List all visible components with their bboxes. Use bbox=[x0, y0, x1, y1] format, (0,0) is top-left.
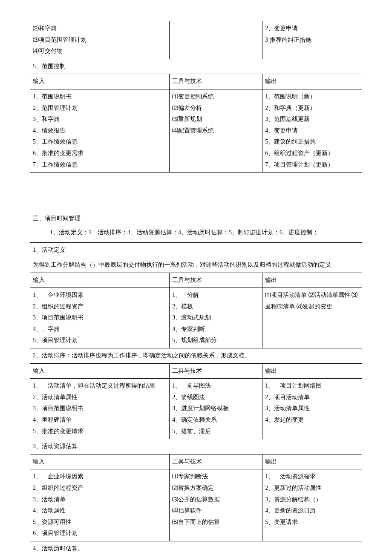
time-mgmt-table: 三、项目时间管理 1、活动定义；2、活动排序；3、活动资源估算；4、活动历时估算… bbox=[30, 211, 362, 555]
text: 1、 前导图法 bbox=[172, 380, 259, 392]
text: ⑴变更控制系统 bbox=[172, 91, 259, 103]
text: 2、组织的过程资产 bbox=[33, 483, 167, 494]
text: 1、 企业环境因素 bbox=[33, 471, 167, 483]
top-col1: ⑵和字典 ⑶项目范围管理计划 ⑷可交付物 bbox=[30, 21, 170, 59]
text: ⑷可交付物 bbox=[33, 46, 167, 57]
s2-col3: 1、 项目计划网络图 2、项目活动清单 3、活动清单属性 4、发起的变更 bbox=[262, 379, 362, 439]
text: ⑴专家判断法 bbox=[172, 471, 259, 483]
text: 4、里程碑清单 bbox=[33, 414, 167, 426]
time-title: 三、项目时间管理 1、活动定义；2、活动排序；3、活动资源估算；4、活动历时估算… bbox=[30, 211, 362, 243]
header-input: 输入 bbox=[30, 363, 170, 379]
top-col2 bbox=[170, 21, 262, 59]
s1-col3: ⑴项目活动清单 ⑵活动清单属性 ⑶里程碑清单 ⑷发起的变更 bbox=[262, 288, 362, 348]
text: 1、 活动清单，即在活动定义过程所得的结果 bbox=[33, 380, 167, 392]
text: 3、项目范围说明书 bbox=[33, 403, 167, 414]
text: ⑵偏差分析 bbox=[172, 103, 259, 114]
text: 2、更新过的活动属性 bbox=[265, 483, 359, 494]
header-tools: 工具与技术 bbox=[170, 454, 262, 469]
s1-col2: 1、 分解 2、模板 3、滚动式规划 4、专家判断 5、规划组成部分 bbox=[170, 288, 262, 348]
text: 2、项目活动清单 bbox=[265, 392, 359, 403]
s2-col1: 1、 活动清单，即在活动定义过程所得的结果 2、活动清单属性 3、项目范围说明书… bbox=[30, 379, 170, 439]
text: 5、批准的变更请求 bbox=[33, 426, 167, 437]
text: 4、更新的资源日历 bbox=[265, 505, 359, 517]
text: ⑶公开的估算数据 bbox=[172, 494, 259, 506]
text: 1、 企业环境因素 bbox=[33, 290, 167, 301]
header-input: 输入 bbox=[30, 74, 170, 89]
s1-title: 1、活动定义 bbox=[30, 243, 362, 258]
text: ⑶项目范围管理计划 bbox=[33, 35, 167, 46]
text: 4、活动属性 bbox=[33, 505, 167, 517]
s5-col2: ⑴变更控制系统 ⑵偏差分析 ⑶重新规划 ⑷配置管理系统 bbox=[170, 89, 262, 172]
text: 3、活动清单 bbox=[33, 494, 167, 506]
s2-col2: 1、 前导图法 2、箭线图法 3、进度计划网络模板 4、确定依赖关系 5、提前、… bbox=[170, 379, 262, 439]
text: 5、规划组成部分 bbox=[172, 335, 259, 346]
text: 6、组织过程资产（更新） bbox=[265, 148, 359, 159]
text: 3、项目范围说明书 bbox=[33, 312, 167, 324]
s4-title: 4、活动历时估算。 bbox=[30, 541, 362, 555]
text: 三、项目时间管理 bbox=[33, 215, 81, 221]
text: 3 推荐的纠正措施 bbox=[265, 35, 359, 46]
text: ⑵替换方案确定 bbox=[172, 483, 259, 494]
s3-col3: 1、 活动资源需求 2、更新过的活动属性 3、资源分解结构（） 4、更新的资源日… bbox=[262, 469, 362, 541]
text: 3、进度计划网络模板 bbox=[172, 403, 259, 414]
text: 5、工作绩效信息 bbox=[33, 136, 167, 148]
s1-desc: 为得到工作分解结构（）中最底层的交付物执行的一系列活动，对这些活动的识别以及归档… bbox=[30, 258, 362, 273]
text: ⑷估算软件 bbox=[172, 505, 259, 517]
text: 3、和字典 bbox=[33, 114, 167, 125]
overview-text: 1、活动定义；2、活动排序；3、活动资源估算；4、活动历时估算；5、制订进度计划… bbox=[33, 227, 359, 239]
text: 2、范围管理计划 bbox=[33, 103, 167, 114]
text: 6、批准的变更需求 bbox=[33, 148, 167, 159]
header-output: 输出 bbox=[262, 454, 362, 469]
text: 2、组织的过程资产 bbox=[33, 301, 167, 313]
text: 5、变更请求 bbox=[265, 517, 359, 528]
text: 4、确定依赖关系 bbox=[172, 414, 259, 426]
header-output: 输出 bbox=[262, 273, 362, 288]
text: 6、项目管理计划 bbox=[33, 528, 167, 539]
text: 2、活动清单属性 bbox=[33, 392, 167, 403]
s2-title: 2、活动排序：活动排序也称为工作排序，即确定活动之间的依赖关系，形成文档。 bbox=[30, 348, 362, 364]
text: 3、范围基线更新 bbox=[265, 114, 359, 125]
header-tools: 工具与技术 bbox=[170, 273, 262, 288]
text: 2、变更申请 bbox=[265, 23, 359, 35]
text: 7、项目管理计划（更新） bbox=[265, 159, 359, 171]
header-output: 输出 bbox=[262, 74, 362, 89]
text: 7、工作绩效信息 bbox=[33, 159, 167, 171]
text: 3、滚动式规划 bbox=[172, 312, 259, 324]
text: 1、范围说明书 bbox=[33, 91, 167, 103]
text: 3、资源分解结构（） bbox=[265, 494, 359, 506]
text: ⑷配置管理系统 bbox=[172, 125, 259, 137]
s5-col1: 1、范围说明书 2、范围管理计划 3、和字典 4、绩效报告 5、工作绩效信息 6… bbox=[30, 89, 170, 172]
text: 4、变更申请 bbox=[265, 125, 359, 137]
text: 2、箭线图法 bbox=[172, 392, 259, 403]
text: 4、发起的变更 bbox=[265, 414, 359, 426]
top-fragment-table: ⑵和字典 ⑶项目范围管理计划 ⑷可交付物 2、变更申请 3 推荐的纠正措施 5、… bbox=[30, 21, 362, 173]
header-tools: 工具与技术 bbox=[170, 363, 262, 379]
text: 2、和字典（更新） bbox=[265, 103, 359, 114]
header-tools: 工具与技术 bbox=[170, 74, 262, 89]
section5-title: 5、范围控制 bbox=[30, 59, 362, 74]
text: 5、资源可用性 bbox=[33, 517, 167, 528]
text: 1、范围说明（新） bbox=[265, 91, 359, 103]
text: 3、活动清单属性 bbox=[265, 403, 359, 414]
s1-col1: 1、 企业环境因素 2、组织的过程资产 3、项目范围说明书 4、、字典 5、项目… bbox=[30, 288, 170, 348]
header-input: 输入 bbox=[30, 454, 170, 469]
text: 4、专家判断 bbox=[172, 324, 259, 335]
text: 4、绩效报告 bbox=[33, 125, 167, 137]
text: 5、提前、滞后 bbox=[172, 426, 259, 437]
s5-col3: 1、范围说明（新） 2、和字典（更新） 3、范围基线更新 4、变更申请 5、建议… bbox=[262, 89, 362, 172]
text: 5、建议的纠正措施 bbox=[265, 136, 359, 148]
s3-title: 3、活动资源估算 bbox=[30, 439, 362, 454]
s3-col1: 1、 企业环境因素 2、组织的过程资产 3、活动清单 4、活动属性 5、资源可用… bbox=[30, 469, 170, 541]
text: ⑶重新规划 bbox=[172, 114, 259, 125]
spacer bbox=[30, 173, 362, 211]
text: ⑸自下而上的估算 bbox=[172, 517, 259, 528]
text: ⑵和字典 bbox=[33, 23, 167, 35]
text: 1、 分解 bbox=[172, 290, 259, 301]
text: 2、模板 bbox=[172, 301, 259, 313]
text: 1、 项目计划网络图 bbox=[265, 380, 359, 392]
text: 5、项目管理计划 bbox=[33, 335, 167, 346]
text: 1、 活动资源需求 bbox=[265, 471, 359, 483]
text: 4、、字典 bbox=[33, 324, 167, 335]
header-output: 输出 bbox=[262, 363, 362, 379]
top-col3: 2、变更申请 3 推荐的纠正措施 bbox=[262, 21, 362, 59]
